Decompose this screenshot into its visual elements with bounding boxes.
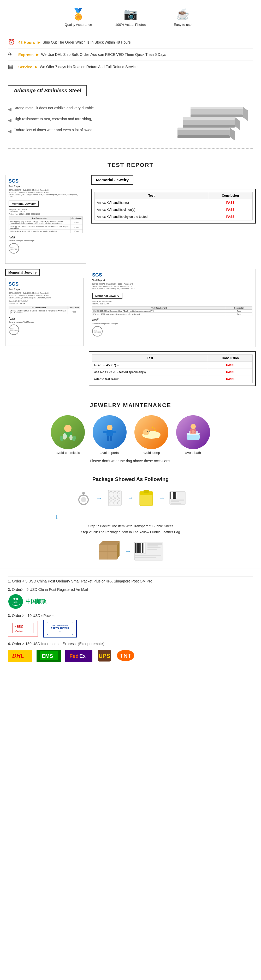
- svg-rect-5: [183, 117, 235, 120]
- svg-line-27: [152, 426, 153, 428]
- doc2-title: Test Report: [9, 288, 80, 291]
- tnt-logo: TNT: [116, 649, 135, 663]
- sgs-row-2: Memorial Jewelry SGS Test Report SZFI13-…: [5, 269, 256, 386]
- svg-rect-64: [171, 501, 179, 502]
- pkg-item-bubble: [104, 487, 125, 508]
- doc3-info2: Test No.: 501-SE-28: [92, 303, 252, 305]
- svg-rect-76: [140, 543, 141, 553]
- svg-rect-6: [183, 125, 235, 127]
- svg-rect-36: [190, 429, 196, 434]
- svg-rect-58: [170, 492, 171, 499]
- usps-svg: UNITED STATES POSTAL SERVICE ®: [47, 622, 73, 635]
- easy-use-label: Easy to use: [174, 23, 192, 27]
- svg-rect-84: [135, 557, 156, 558]
- express-row: ✈ Express ▶ We Use DHL Ship Bulk Order ,…: [8, 49, 253, 61]
- doc1-ref: SZFI13-065875 Date:2013-04-2013 Page:1 o…: [9, 189, 83, 191]
- svg-rect-20: [103, 431, 107, 433]
- sgs-stamp-3: SGSVERIFIED: [92, 326, 103, 336]
- doc2-info1: Sample ID: EP-1406547: [9, 300, 80, 302]
- nali-sig-1: Nali: [9, 235, 83, 239]
- service-row: ▦ Service ▶ We Offer 7 days No Reason Re…: [8, 61, 253, 73]
- svg-point-25: [143, 429, 149, 435]
- doc3-company: SGS-CSTC Standards Technical Services Co…: [92, 285, 252, 287]
- svg-text:中国: 中国: [13, 598, 18, 600]
- avoid-chemicals-item: avoid chemicals: [51, 415, 85, 455]
- doc1-company: SGS-CSTC Standards Technical Services Co…: [9, 191, 83, 193]
- doc2-row1-test: EN ISO 105-E04 (2013) of Colour Fastness…: [9, 309, 68, 314]
- hours-title: 48 Hours: [18, 40, 35, 45]
- maintenance-circles: avoid chemicals avoid sports: [5, 415, 256, 455]
- shipping-text-3: 3. Order >= 10 USD ePacket: [8, 614, 253, 618]
- sgs-stamp-2: SGSVERIFIED: [9, 325, 19, 335]
- stainless-section: Advange Of Stainless Steel ◀ Strong meta…: [0, 77, 261, 154]
- mem-row1-result: PASS: [208, 199, 253, 206]
- svg-rect-21: [112, 431, 116, 433]
- sgs-stamp-1: SGSVERIFIED: [9, 243, 19, 253]
- avoid-sports-item: avoid sports: [93, 415, 127, 455]
- avoid-sleep-image: [134, 415, 168, 449]
- svg-point-39: [83, 493, 84, 495]
- mem-row2-test: Annex XVII and its cimen(s): [95, 206, 208, 213]
- package-title: Package Showed As Following: [8, 476, 253, 482]
- doc3-address: No.301,Block E, Guizhoutang Rd., Shenzhe…: [92, 288, 252, 290]
- memorial-badge-3: Memorial Jewelry: [92, 293, 123, 299]
- svg-rect-79: [148, 543, 162, 545]
- usps-logo: UNITED STATES POSTAL SERVICE ®: [43, 620, 77, 638]
- svg-rect-73: [135, 543, 137, 553]
- stainless-text-2: High resistance to rust, corrosion and t…: [14, 117, 92, 121]
- svg-point-12: [64, 425, 72, 432]
- dhl-logo: DHL: [8, 650, 32, 662]
- svg-rect-2: [191, 115, 243, 117]
- stainless-text-3: Endure lots of times wear and even a lot…: [14, 128, 94, 132]
- svg-rect-23: [110, 436, 112, 441]
- avoid-bath-item: avoid bath: [176, 415, 210, 455]
- express-logos: DHL EMS Fed Ex UPS: [8, 649, 253, 664]
- svg-marker-3: [243, 107, 248, 121]
- avoid-chemicals-label: avoid chemicals: [56, 451, 80, 455]
- svg-rect-1: [191, 107, 243, 109]
- plane-icon: ✈: [8, 51, 18, 58]
- shipping-text-2: 2. Order>= 5 USD China Post Registered A…: [8, 587, 253, 592]
- mem2-row3-test: refer to test result: [92, 376, 208, 383]
- svg-text:Ex: Ex: [80, 653, 86, 659]
- shipping-item-2: 2. Order>= 5 USD China Post Registered A…: [8, 587, 253, 609]
- doc1-row1-result: Pass: [70, 220, 83, 225]
- svg-rect-10: [177, 135, 230, 138]
- arrow-icon-3: ▶: [35, 65, 38, 69]
- stainless-point-1: ◀ Strong metal, it does not oxidize and …: [8, 106, 170, 112]
- doc1-row2-test: EN 1811:2011 - Reference test method for…: [9, 225, 70, 230]
- svg-marker-67: [99, 541, 119, 545]
- svg-marker-7: [235, 117, 240, 130]
- sig-title-1: General Manager/Test Manager: [9, 240, 83, 242]
- pkg-item-brown-box: [97, 539, 123, 563]
- avoid-bath-label: avoid bath: [185, 451, 201, 455]
- shipping-text-1: 1. Order < 5 USD China Post Ordinary Sma…: [8, 579, 253, 583]
- shipping-item-3: 3. Order >= 10 USD ePacket e 邮宝 ePacket …: [8, 614, 253, 638]
- shipping-item-4: 4. Order > 150 USD International Express…: [8, 642, 253, 664]
- package-flow-2: →: [8, 539, 253, 563]
- pkg-item-final-label: [133, 539, 164, 563]
- sig-title-3: General Manager/Test Manager: [92, 323, 252, 325]
- chinapost-logo: 中国 邮政 中国邮政: [8, 594, 46, 609]
- avoid-sports-image: [93, 415, 127, 449]
- sgs-doc-2: SGS Test Report SZFI13-065875 Date:2013-…: [5, 278, 84, 346]
- mem2-row2-test: ase No CGC -10- tested specimen(s): [92, 369, 208, 376]
- yellow-bag-icon: [136, 487, 157, 508]
- package-steps: Step 1: Packet The Item With Transparent…: [8, 523, 253, 535]
- svg-text:e: e: [14, 625, 16, 628]
- doc1-row2-result: Pass: [70, 225, 83, 230]
- mem2-row3-result: PASS: [208, 376, 253, 383]
- step1-text: Step 1: Packet The Item With Transparent…: [8, 523, 253, 529]
- sig-title-2: General Manager/Test Manager: [9, 321, 80, 323]
- memorial-badge-2: Memorial Jewelry: [5, 269, 40, 276]
- svg-rect-59: [172, 492, 172, 499]
- arrow-flow-1: →: [96, 494, 102, 502]
- shipping-item-1: 1. Order < 5 USD China Post Ordinary Sma…: [8, 579, 253, 583]
- doc2-row1-result: Pass: [68, 309, 80, 314]
- col-conclusion-2: Conclusion: [208, 355, 253, 362]
- clock-icon: ⏰: [8, 39, 18, 46]
- doc2-info2: Test No.: 501-SE-28: [9, 302, 80, 304]
- test-report-section: TEST REPORT SGS Test Report SZFI13-06587…: [0, 154, 261, 394]
- svg-text:邮政: 邮政: [14, 601, 18, 604]
- doc3-table: Test RequirementConclusion EN ISO 105-E0…: [92, 306, 252, 316]
